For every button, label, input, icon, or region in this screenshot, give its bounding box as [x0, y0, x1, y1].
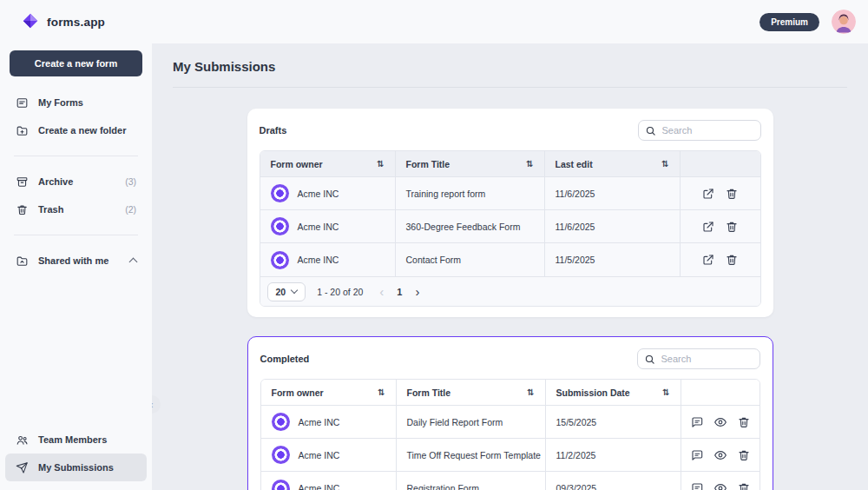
premium-button[interactable]: Premium: [760, 13, 819, 31]
avatar[interactable]: [832, 10, 856, 34]
sidebar-item-create-folder[interactable]: Create a new folder: [5, 116, 147, 144]
column-header-submission-date[interactable]: Submission Date ⇅: [546, 380, 681, 406]
brand-logo[interactable]: forms.app: [21, 12, 105, 31]
topbar-right: Premium: [760, 10, 856, 34]
drafts-title: Drafts: [260, 125, 287, 136]
page-size-select[interactable]: 20: [267, 282, 306, 301]
table-row[interactable]: Acme INC Registration Form 09/3/2025: [261, 472, 760, 490]
sort-icon[interactable]: ⇅: [661, 159, 668, 169]
column-header-form-owner[interactable]: Form owner ⇅: [261, 380, 397, 406]
sort-icon[interactable]: ⇅: [662, 387, 669, 397]
delete-button[interactable]: [737, 481, 751, 490]
column-header-form-title[interactable]: Form Title ⇅: [397, 380, 546, 406]
sort-icon[interactable]: ⇅: [526, 159, 533, 169]
last-edit-cell: 11/5/2025: [545, 243, 681, 276]
last-edit-cell: 11/6/2025: [545, 177, 681, 210]
column-label: Last edit: [556, 159, 593, 169]
column-label: Form owner: [272, 387, 324, 398]
column-label: Form Title: [407, 387, 451, 398]
archive-icon: [16, 175, 29, 189]
actions-cell: [681, 439, 760, 472]
owner-name: Acme INC: [298, 222, 339, 232]
column-header-last-edit[interactable]: Last edit ⇅: [545, 151, 681, 177]
delete-button[interactable]: [725, 187, 739, 201]
completed-card: Completed Form owner ⇅ Form Title ⇅: [247, 336, 773, 490]
responses-button[interactable]: [690, 415, 704, 429]
forms-app-logo-icon: [21, 12, 40, 31]
table-row[interactable]: Acme INC 360-Degree Feedback Form 11/6/2…: [260, 210, 760, 243]
delete-button[interactable]: [737, 415, 751, 429]
delete-button[interactable]: [725, 253, 739, 267]
delete-button[interactable]: [737, 448, 751, 462]
owner-cell: Acme INC: [260, 243, 396, 276]
sidebar-spacer: [0, 275, 152, 426]
drafts-pagination: 20 1 - 20 of 20 ‹ 1 ›: [260, 276, 760, 306]
sidebar-item-team-members[interactable]: Team Members: [5, 426, 147, 454]
table-row[interactable]: Acme INC Contact Form 11/5/2025: [260, 243, 760, 276]
owner-cell: Acme INC: [261, 406, 397, 439]
team-members-icon: [16, 434, 29, 447]
sidebar-divider: [14, 235, 138, 235]
sidebar-item-my-submissions[interactable]: My Submissions: [5, 454, 147, 481]
sidebar-item-trash[interactable]: Trash (2): [5, 195, 147, 223]
table-row[interactable]: Acme INC Time Off Request Form Template …: [261, 439, 760, 472]
view-button[interactable]: [713, 481, 727, 490]
form-owner-icon: [271, 217, 289, 235]
actions-cell: [681, 210, 760, 243]
trash-icon: [16, 203, 29, 216]
sidebar-divider: [14, 156, 138, 156]
pagination-nav: ‹ 1 ›: [379, 284, 419, 299]
sort-icon[interactable]: ⇅: [377, 159, 384, 169]
page-divider: [173, 87, 847, 88]
drafts-table: Form owner ⇅ Form Title ⇅ Last edit ⇅: [260, 150, 761, 307]
chevron-down-icon: [291, 287, 298, 294]
sidebar-item-label: Create a new folder: [38, 125, 126, 136]
owner-cell: Acme INC: [261, 472, 397, 490]
sort-icon[interactable]: ⇅: [527, 387, 534, 397]
column-label: Submission Date: [556, 387, 630, 398]
form-title-cell: Registration Form: [397, 472, 546, 490]
owner-name: Acme INC: [299, 483, 340, 490]
responses-button[interactable]: [690, 481, 704, 490]
form-owner-icon: [271, 184, 289, 202]
avatar-image: [832, 10, 856, 34]
submission-date-cell: 09/3/2025: [546, 472, 681, 490]
table-row[interactable]: Acme INC Daily Field Report Form 15/5/20…: [261, 406, 760, 439]
open-form-button[interactable]: [701, 220, 715, 234]
column-header-form-title[interactable]: Form Title ⇅: [396, 151, 545, 177]
responses-button[interactable]: [690, 448, 704, 462]
drafts-search-input[interactable]: [638, 120, 761, 141]
forms-icon: [16, 96, 29, 109]
delete-button[interactable]: [725, 220, 739, 234]
completed-card-header: Completed: [260, 348, 760, 369]
create-new-form-button[interactable]: Create a new form: [10, 50, 142, 76]
main-content: ‹ My Submissions Drafts Form owner ⇅: [152, 43, 868, 490]
open-form-button[interactable]: [701, 253, 715, 267]
completed-table-header-row: Form owner ⇅ Form Title ⇅ Submission Dat…: [261, 380, 760, 406]
sort-icon[interactable]: ⇅: [378, 387, 385, 397]
view-button[interactable]: [713, 415, 727, 429]
search-icon: [644, 354, 655, 365]
table-row[interactable]: Acme INC Training report form 11/6/2025: [260, 177, 760, 210]
completed-title: Completed: [260, 354, 310, 364]
sidebar-item-my-forms[interactable]: My Forms: [5, 89, 147, 116]
owner-cell: Acme INC: [260, 210, 396, 243]
chevron-up-icon[interactable]: [129, 258, 138, 267]
pagination-range: 1 - 20 of 20: [317, 287, 363, 297]
view-button[interactable]: [713, 448, 727, 462]
open-form-button[interactable]: [701, 187, 715, 201]
folder-plus-icon: [16, 124, 29, 137]
previous-page-button[interactable]: ‹: [379, 284, 384, 299]
submission-date-cell: 11/2/2025: [546, 439, 681, 472]
sidebar-item-archive[interactable]: Archive (3): [5, 168, 147, 195]
sidebar-collapse-handle[interactable]: ‹: [152, 395, 161, 414]
chevron-left-icon: ‹: [152, 399, 154, 411]
form-owner-icon: [272, 480, 290, 490]
drafts-card-header: Drafts: [260, 120, 761, 141]
next-page-button[interactable]: ›: [415, 284, 419, 299]
column-header-form-owner[interactable]: Form owner ⇅: [260, 151, 396, 177]
last-edit-cell: 11/6/2025: [545, 210, 681, 243]
completed-search-input[interactable]: [637, 348, 760, 369]
sidebar-item-shared-with-me[interactable]: Shared with me: [5, 247, 147, 275]
completed-table: Form owner ⇅ Form Title ⇅ Submission Dat…: [260, 379, 760, 490]
